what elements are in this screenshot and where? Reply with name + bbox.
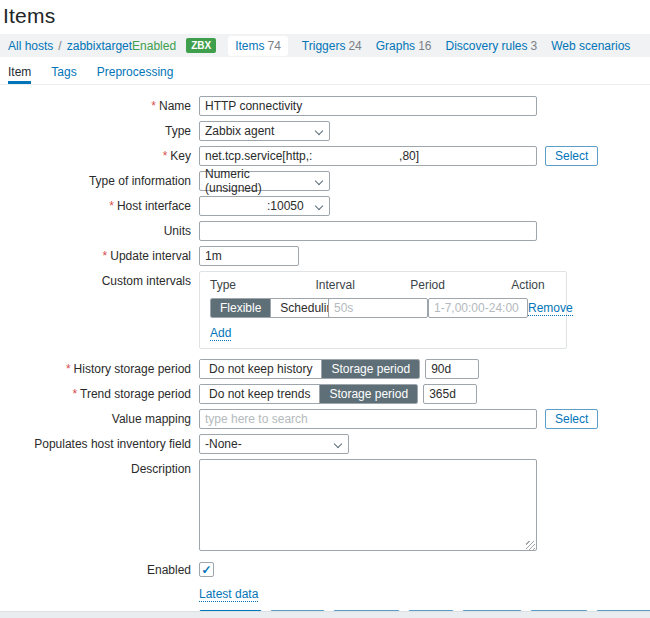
- item-form: *Name Type Zabbix agent *Key Select Type…: [0, 85, 650, 618]
- inventory-field-select[interactable]: -None-: [199, 434, 349, 454]
- history-off-toggle[interactable]: Do not keep history: [200, 360, 321, 378]
- tab-item[interactable]: Item: [8, 65, 31, 84]
- nav-item-triggers-count: 24: [348, 39, 361, 53]
- toggle-flexible[interactable]: Flexible: [211, 299, 270, 317]
- resize-handle-icon[interactable]: [526, 541, 535, 550]
- key-select-button[interactable]: Select: [545, 146, 598, 166]
- row-update-interval: *Update interval: [0, 246, 650, 266]
- chevron-down-icon: [315, 127, 323, 135]
- column-interval: Interval: [316, 278, 411, 292]
- chevron-down-icon: [315, 177, 323, 185]
- page-bottom-strip: [0, 611, 650, 618]
- page-title: Items: [3, 4, 650, 28]
- required-marker: *: [151, 99, 156, 113]
- host-nav-bar: All hosts / zabbixtarget Enabled ZBX Ite…: [0, 34, 650, 57]
- nav-item-triggers-label[interactable]: Triggers: [302, 39, 346, 53]
- latest-data-link[interactable]: Latest data: [199, 587, 258, 602]
- nav-item-graphs-label[interactable]: Graphs: [376, 39, 415, 53]
- tab-tags[interactable]: Tags: [51, 65, 76, 84]
- nav-item-triggers[interactable]: Triggers24: [302, 39, 362, 53]
- row-description: Description: [0, 459, 650, 554]
- inventory-field-label: Populates host inventory field: [0, 434, 199, 451]
- breadcrumb-all-hosts[interactable]: All hosts: [8, 39, 53, 53]
- interval-type-toggle: Flexible Scheduling: [210, 298, 328, 318]
- spacer: [0, 587, 199, 590]
- row-inventory-field: Populates host inventory field -None-: [0, 434, 650, 454]
- required-marker: *: [163, 149, 168, 163]
- update-interval-input[interactable]: [199, 246, 299, 266]
- description-label: Description: [0, 459, 199, 476]
- value-mapping-select-button[interactable]: Select: [545, 409, 598, 429]
- update-interval-label: *Update interval: [0, 246, 199, 263]
- nav-item-items[interactable]: Items74: [228, 36, 288, 56]
- history-storage-label: *History storage period: [0, 359, 199, 376]
- history-storage-period-toggle[interactable]: Storage period: [321, 360, 419, 378]
- zbx-badge: ZBX: [186, 38, 216, 53]
- type-of-information-label: Type of information: [0, 171, 199, 188]
- row-enabled: Enabled: [0, 560, 650, 577]
- units-label: Units: [0, 221, 199, 238]
- remove-interval-link[interactable]: Remove: [528, 301, 573, 316]
- form-tabs: Item Tags Preprocessing: [0, 57, 650, 85]
- custom-intervals-panel: Type Interval Period Action Flexible Sch…: [199, 271, 567, 349]
- description-textarea[interactable]: [199, 459, 537, 551]
- units-input[interactable]: [199, 221, 537, 241]
- host-status-enabled: Enabled: [132, 39, 176, 53]
- history-period-input[interactable]: [425, 359, 479, 379]
- add-interval-link[interactable]: Add: [210, 326, 231, 341]
- key-input[interactable]: [199, 146, 537, 166]
- enabled-checkbox[interactable]: [199, 562, 214, 577]
- row-host-interface: *Host interface :10050: [0, 196, 650, 216]
- value-mapping-input[interactable]: [199, 409, 537, 429]
- column-period: Period: [410, 278, 511, 292]
- name-label: *Name: [0, 96, 199, 113]
- nav-item-items-count: 74: [267, 39, 280, 53]
- key-label: *Key: [0, 146, 199, 163]
- inventory-field-value: -None-: [205, 437, 242, 451]
- row-value-mapping: Value mapping Select: [0, 409, 650, 429]
- enabled-label: Enabled: [0, 560, 199, 577]
- nav-item-discovery-rules-count: 3: [531, 39, 538, 53]
- value-mapping-label: Value mapping: [0, 409, 199, 426]
- type-select-value: Zabbix agent: [205, 124, 274, 138]
- nav-item-graphs-count: 16: [418, 39, 431, 53]
- name-input[interactable]: [199, 96, 537, 116]
- breadcrumb-host[interactable]: zabbixtarget: [67, 39, 132, 53]
- nav-item-web-scenarios[interactable]: Web scenarios: [551, 39, 630, 53]
- tab-preprocessing[interactable]: Preprocessing: [97, 65, 174, 84]
- custom-intervals-header: Type Interval Period Action: [210, 278, 556, 292]
- nav-item-web-scenarios-label[interactable]: Web scenarios: [551, 39, 630, 53]
- trends-off-toggle[interactable]: Do not keep trends: [200, 385, 319, 403]
- trends-storage-period-toggle[interactable]: Storage period: [319, 385, 417, 403]
- nav-item-items-label[interactable]: Items: [235, 39, 264, 53]
- nav-item-discovery-rules-label[interactable]: Discovery rules: [445, 39, 527, 53]
- required-marker: *: [109, 199, 114, 213]
- row-units: Units: [0, 221, 650, 241]
- type-label: Type: [0, 121, 199, 138]
- row-custom-intervals: Custom intervals Type Interval Period Ac…: [0, 271, 650, 349]
- chevron-down-icon: [334, 440, 342, 448]
- custom-intervals-label: Custom intervals: [0, 271, 199, 288]
- required-marker: *: [103, 249, 108, 263]
- type-of-information-select[interactable]: Numeric (unsigned): [199, 171, 330, 191]
- interval-input[interactable]: [328, 298, 428, 318]
- host-interface-value: :10050: [205, 199, 304, 213]
- row-name: *Name: [0, 96, 650, 116]
- required-marker: *: [66, 362, 71, 376]
- host-interface-label: *Host interface: [0, 196, 199, 213]
- type-of-information-value: Numeric (unsigned): [205, 167, 309, 195]
- row-type: Type Zabbix agent: [0, 121, 650, 141]
- row-trend-storage: *Trend storage period Do not keep trends…: [0, 384, 650, 404]
- custom-interval-row: Flexible Scheduling Remove: [210, 298, 556, 318]
- column-action: Action: [511, 278, 556, 292]
- row-type-of-information: Type of information Numeric (unsigned): [0, 171, 650, 191]
- host-interface-select[interactable]: :10050: [199, 196, 330, 216]
- period-input[interactable]: [428, 298, 528, 318]
- nav-item-graphs[interactable]: Graphs16: [376, 39, 432, 53]
- required-marker: *: [72, 387, 77, 401]
- trend-storage-label: *Trend storage period: [0, 384, 199, 401]
- trend-period-input[interactable]: [423, 384, 477, 404]
- column-type: Type: [210, 278, 316, 292]
- nav-item-discovery-rules[interactable]: Discovery rules3: [445, 39, 537, 53]
- type-select[interactable]: Zabbix agent: [199, 121, 330, 141]
